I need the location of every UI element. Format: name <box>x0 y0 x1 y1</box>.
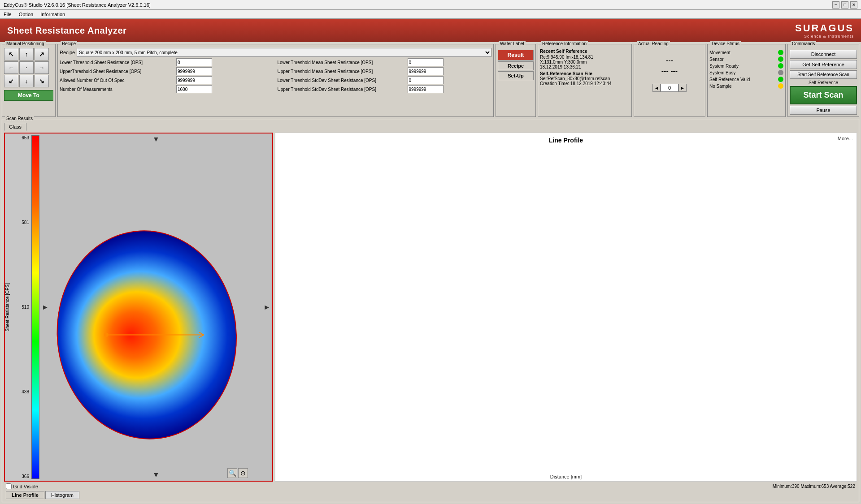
colorscale-v3: 438 <box>22 389 29 394</box>
main-content: Manual Positioning ↖ ↑ ↗ ← · → ↙ ↓ ↘ Mov… <box>0 42 861 504</box>
ref-re: Re:9,945.90 Im:-18,134.81 <box>540 55 630 60</box>
colorscale-bar <box>31 135 39 479</box>
line-profile-chart: Line Profile More... Distance [mm] <box>275 133 857 482</box>
tab-bar: Line Profile Histogram <box>4 490 857 500</box>
menu-file[interactable]: File <box>2 12 13 17</box>
counter-input[interactable] <box>661 84 678 92</box>
nav-left[interactable]: ← <box>4 61 18 74</box>
status-no-sample: No Sample <box>709 83 783 89</box>
menu-option[interactable]: Option <box>17 12 35 17</box>
wafer-map-area: Sheet Resistance [OPS] 653 581 510 438 3… <box>4 133 273 482</box>
ref-file-title: Self-Reference Scan File <box>540 71 630 76</box>
tab-line-profile[interactable]: Line Profile <box>6 491 44 499</box>
chart-title: Line Profile <box>275 133 857 147</box>
status-dot-movement <box>778 50 783 55</box>
recipe-input-4[interactable] <box>408 58 444 66</box>
status-movement: Movement <box>709 50 783 55</box>
wafer-label-panel: Wafer Label Result Recipe Set-Up <box>496 44 536 117</box>
close-button[interactable]: ✕ <box>850 1 857 9</box>
wafer-canvas[interactable] <box>40 134 272 481</box>
scan-results-title: Scan Results <box>5 116 34 121</box>
recipe-input-2[interactable] <box>176 76 212 84</box>
recipe-input-1[interactable] <box>176 67 212 75</box>
line-profile-canvas[interactable] <box>302 147 852 461</box>
recipe-dropdown[interactable]: Square 200 mm x 200 mm, 5 mm Pitch, comp… <box>77 48 491 57</box>
recipe-row-5: Upper Threshold Mean Sheet Resistance [O… <box>278 67 492 75</box>
counter-prev-btn[interactable]: ◄ <box>652 84 661 92</box>
tab-histogram[interactable]: Histogram <box>45 491 79 499</box>
status-self-ref-valid: Self Reference Valid <box>709 77 783 82</box>
maximize-button[interactable]: □ <box>841 1 848 9</box>
actual-reading-val1: --- <box>666 56 673 65</box>
recipe-input-6[interactable] <box>408 76 444 84</box>
recipe-fields-right: Lower Threshold Mean Sheet Resistance [O… <box>278 58 492 94</box>
device-status-title: Device Status <box>710 41 741 46</box>
suragus-logo: SURAGUS Science & Instruments <box>795 22 854 39</box>
setup-button[interactable]: Set-Up <box>498 71 534 80</box>
glass-tab[interactable]: Glass <box>4 123 26 131</box>
scroll-left: ► <box>42 303 49 311</box>
nav-bottomright[interactable]: ↘ <box>35 75 49 87</box>
wafer-label-title: Wafer Label <box>499 41 526 46</box>
scroll-top: ▼ <box>152 135 160 143</box>
start-scan-button[interactable]: Start Scan <box>790 86 857 104</box>
commands-title: Commands <box>791 41 816 46</box>
reset-zoom-button[interactable]: ⊙ <box>238 468 248 478</box>
menu-information[interactable]: Information <box>39 12 67 17</box>
status-system-ready: System Ready <box>709 63 783 69</box>
result-button[interactable]: Result <box>498 50 534 60</box>
status-system-busy: System Busy <box>709 70 783 75</box>
nav-right[interactable]: → <box>35 61 49 74</box>
status-sensor: Sensor <box>709 56 783 62</box>
ref-creation: Creation Time: 18.12.2019 12:43:44 <box>540 81 630 86</box>
grid-visible-checkbox[interactable] <box>6 483 12 489</box>
scroll-bottom: ▼ <box>152 471 160 479</box>
move-to-button[interactable]: Move To <box>4 90 53 101</box>
manual-positioning-panel: Manual Positioning ↖ ↑ ↗ ← · → ↙ ↓ ↘ Mov… <box>2 44 56 117</box>
nav-topright[interactable]: ↗ <box>35 48 49 60</box>
colorscale-v1: 581 <box>22 220 29 225</box>
title-bar-text: EddyCus® Studio V2.6.0.16 [Sheet Resista… <box>4 2 151 8</box>
recipe-row-1: UpperThreshold Sheet Resistance [OPS] <box>60 67 274 75</box>
recipe-input-7[interactable] <box>408 85 444 93</box>
recipe-input-0[interactable] <box>176 58 212 66</box>
title-bar-controls: − □ ✕ <box>832 1 857 9</box>
recipe-input-3[interactable] <box>176 85 212 93</box>
reference-info-panel: Reference Information Recent Self Refere… <box>538 44 632 117</box>
commands-panel: Commands Disconnect Get Self Reference S… <box>787 44 859 117</box>
nav-grid: ↖ ↑ ↗ ← · → ↙ ↓ ↘ <box>4 48 53 87</box>
minimize-button[interactable]: − <box>832 1 839 9</box>
nav-bottomleft[interactable]: ↙ <box>4 75 18 87</box>
more-button[interactable]: More... <box>838 136 853 141</box>
scan-bottom-bar: Grid Visible Minimum:390 Maximum:653 Ave… <box>4 482 857 490</box>
scan-bottom-left: Grid Visible <box>6 483 38 489</box>
recipe-row-6: Lower Threshold StdDev Sheet Resistance … <box>278 76 492 84</box>
self-reference-label: Self Reference <box>790 80 857 85</box>
zoom-button[interactable]: 🔍 <box>227 468 237 478</box>
counter-next-btn[interactable]: ► <box>678 84 687 92</box>
top-section: Manual Positioning ↖ ↑ ↗ ← · → ↙ ↓ ↘ Mov… <box>2 44 859 117</box>
disconnect-button[interactable]: Disconnect <box>790 50 857 59</box>
scroll-right: ► <box>263 303 270 311</box>
recipe-panel-label: Recipe <box>61 41 77 46</box>
nav-center[interactable]: · <box>19 61 34 74</box>
actual-reading-title: Actual Reading <box>637 41 670 46</box>
ref-section-title: Recent Self Reference <box>540 49 630 54</box>
recipe-button[interactable]: Recipe <box>498 61 534 70</box>
start-self-ref-scan-button[interactable]: Start Self Reference Scan <box>790 70 857 79</box>
nav-up[interactable]: ↑ <box>19 48 34 60</box>
recipe-row-2: Allowed Number Of Out Of Spec <box>60 76 274 84</box>
ref-time: 18.12.2019 13:36:21 <box>540 65 630 69</box>
status-dot-sensor <box>778 56 783 62</box>
wafer-map-canvas-area: ▼ ▼ ► ► 🔍 ⊙ <box>40 134 272 481</box>
device-status-rows: Movement Sensor System Ready System Busy… <box>709 50 783 89</box>
status-dot-no-sample <box>778 83 783 89</box>
recipe-fields-left: Lower Threshold Sheet Resistance [OPS] U… <box>60 58 274 94</box>
recipe-input-5[interactable] <box>408 67 444 75</box>
nav-topleft[interactable]: ↖ <box>4 48 18 60</box>
get-self-ref-button[interactable]: Get Self Reference <box>790 60 857 69</box>
colorscale-min: 366 <box>22 474 29 479</box>
nav-down[interactable]: ↓ <box>19 75 34 87</box>
pause-button[interactable]: Pause <box>790 106 857 115</box>
actual-reading-panel: Actual Reading --- --- --- ◄ ► <box>634 44 705 117</box>
